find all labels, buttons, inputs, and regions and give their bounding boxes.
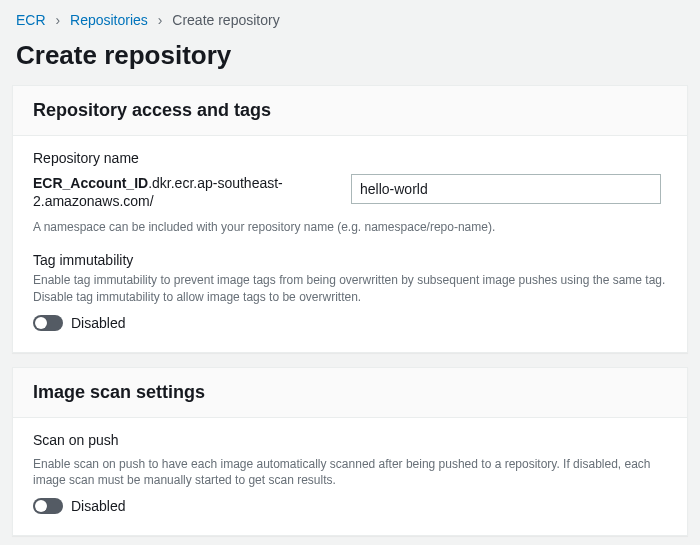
panel-body-repo-access: Repository name ECR_Account_ID.dkr.ecr.a… bbox=[13, 136, 687, 352]
panel-body-image-scan: Scan on push Enable scan on push to have… bbox=[13, 418, 687, 535]
scan-on-push-label: Scan on push bbox=[33, 432, 667, 448]
breadcrumb-link-repositories[interactable]: Repositories bbox=[70, 12, 148, 28]
breadcrumb-current: Create repository bbox=[172, 12, 279, 28]
repo-name-label: Repository name bbox=[33, 150, 667, 166]
panel-header-repo-access: Repository access and tags bbox=[13, 86, 687, 136]
repo-name-input[interactable] bbox=[351, 174, 661, 204]
toggle-switch-icon bbox=[33, 315, 63, 331]
panel-header-image-scan: Image scan settings bbox=[13, 368, 687, 418]
tag-immutability-description: Enable tag immutability to prevent image… bbox=[33, 272, 667, 304]
account-id-placeholder: ECR_Account_ID bbox=[33, 175, 148, 191]
scan-on-push-description: Enable scan on push to have each image a… bbox=[33, 456, 667, 488]
tag-immutability-label: Tag immutability bbox=[33, 252, 667, 268]
registry-uri-text: ECR_Account_ID.dkr.ecr.ap-southeast-2.am… bbox=[33, 174, 333, 210]
chevron-right-icon: › bbox=[55, 12, 60, 28]
breadcrumb: ECR › Repositories › Create repository bbox=[0, 0, 700, 36]
repo-name-row: ECR_Account_ID.dkr.ecr.ap-southeast-2.am… bbox=[33, 174, 667, 210]
scan-on-push-state: Disabled bbox=[71, 498, 125, 514]
tag-immutability-toggle[interactable]: Disabled bbox=[33, 315, 125, 331]
panel-repo-access: Repository access and tags Repository na… bbox=[12, 85, 688, 353]
scan-on-push-toggle[interactable]: Disabled bbox=[33, 498, 125, 514]
tag-immutability-state: Disabled bbox=[71, 315, 125, 331]
page-title: Create repository bbox=[0, 36, 700, 85]
toggle-switch-icon bbox=[33, 498, 63, 514]
namespace-hint: A namespace can be included with your re… bbox=[33, 220, 667, 234]
breadcrumb-link-ecr[interactable]: ECR bbox=[16, 12, 46, 28]
chevron-right-icon: › bbox=[158, 12, 163, 28]
panel-image-scan: Image scan settings Scan on push Enable … bbox=[12, 367, 688, 536]
